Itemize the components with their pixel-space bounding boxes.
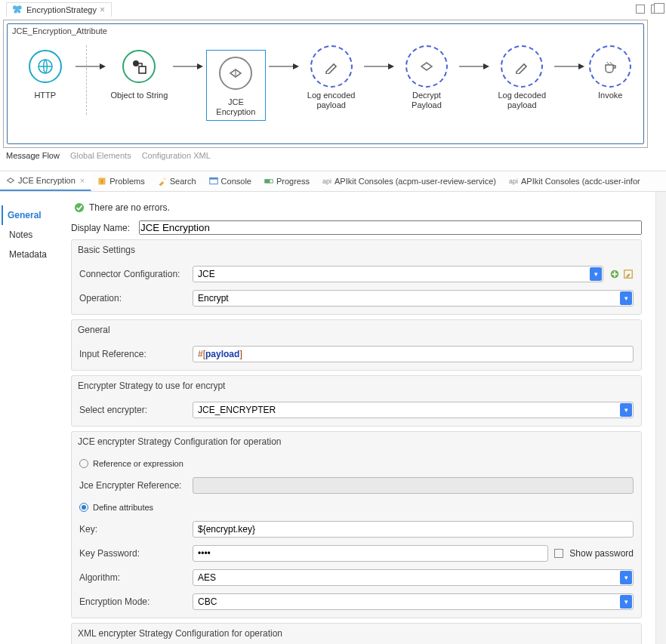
key-label: Key: xyxy=(79,524,187,535)
tab-global-elements[interactable]: Global Elements xyxy=(70,151,131,160)
tab-jce-encryption[interactable]: JCE Encryption × xyxy=(0,171,91,191)
jce-reference-input xyxy=(193,477,634,494)
butterfly-icon xyxy=(13,5,23,15)
section-xml-config: XML encrypter Strategy Configuration for… xyxy=(71,623,642,644)
sidebar-item-notes[interactable]: Notes xyxy=(8,225,63,245)
progress-icon xyxy=(264,177,273,186)
select-encrypter-select[interactable]: ▾ xyxy=(193,402,634,418)
api-badge: api xyxy=(322,177,331,185)
shield-lock-icon xyxy=(6,176,15,185)
svg-marker-10 xyxy=(388,63,394,69)
key-password-input[interactable] xyxy=(193,545,548,562)
display-name-label: Display Name: xyxy=(71,223,131,233)
arrow-icon xyxy=(554,50,584,83)
show-password-checkbox[interactable] xyxy=(554,549,563,558)
pencil-icon xyxy=(324,59,339,74)
pencil-icon xyxy=(514,59,529,74)
encryption-mode-label: Encryption Mode: xyxy=(79,596,187,607)
bottom-panel-tabs: JCE Encryption × ! Problems Search Conso… xyxy=(0,171,666,192)
svg-text:!: ! xyxy=(101,178,103,185)
shield-lock-icon xyxy=(227,65,244,82)
flow-canvas[interactable]: JCE_Encryption_Attribute HTTP Object to … xyxy=(3,20,648,148)
tab-config-xml[interactable]: Configuration XML xyxy=(142,151,211,160)
algorithm-select[interactable]: ▾ xyxy=(193,569,634,586)
tab-apikit-1[interactable]: api APIkit Consoles (acpm-user-review-se… xyxy=(316,171,503,191)
window-controls xyxy=(636,5,660,14)
warning-icon: ! xyxy=(97,177,106,186)
svg-marker-2 xyxy=(100,63,106,69)
svg-marker-12 xyxy=(483,63,489,69)
radio-define-attributes[interactable]: Define attributes xyxy=(79,501,634,513)
status-row: There are no errors. xyxy=(71,198,642,220)
section-basic-settings: Basic Settings Connector Configuration: … xyxy=(71,239,642,315)
radio-reference-expression[interactable]: Reference or expression xyxy=(79,458,634,470)
section-encrypter-strategy: Encrypter Strategy to use for encrypt Se… xyxy=(71,375,642,427)
node-jce-encryption[interactable]: JCE Encryption xyxy=(206,50,265,121)
arrow-icon xyxy=(173,50,203,83)
check-circle-icon xyxy=(74,202,85,213)
minimize-button[interactable] xyxy=(636,5,645,14)
shield-lock-icon xyxy=(418,58,435,75)
edit-button[interactable] xyxy=(623,269,634,279)
node-object-to-string[interactable]: Object to String xyxy=(109,50,171,100)
encryption-mode-select[interactable]: ▾ xyxy=(193,593,634,610)
display-name-input[interactable] xyxy=(139,220,642,235)
section-general: General Input Reference: #[payload] xyxy=(71,319,642,371)
svg-marker-14 xyxy=(578,63,584,69)
scrollbar[interactable] xyxy=(655,192,666,644)
window-top-bar: EncryptionStrategy × xyxy=(0,0,666,18)
chevron-down-icon: ▾ xyxy=(620,291,632,305)
svg-marker-6 xyxy=(197,63,203,69)
properties-content: There are no errors. Display Name: Basic… xyxy=(71,192,655,644)
arrow-icon xyxy=(76,50,106,83)
node-decrypt[interactable]: Decrypt Payload xyxy=(397,50,456,110)
close-icon[interactable]: × xyxy=(80,176,85,185)
close-icon[interactable]: × xyxy=(100,5,105,15)
maximize-button[interactable] xyxy=(651,5,660,14)
tab-message-flow[interactable]: Message Flow xyxy=(6,151,60,160)
tab-search[interactable]: Search xyxy=(152,171,203,191)
cup-icon xyxy=(603,59,618,74)
connector-config-select[interactable]: ▾ xyxy=(193,266,603,282)
api-badge: api xyxy=(509,177,518,185)
select-encrypter-label: Select encrypter: xyxy=(79,405,187,415)
add-button[interactable] xyxy=(609,269,620,279)
node-log-encoded[interactable]: Log encoded payload xyxy=(302,50,361,110)
flashlight-icon xyxy=(158,177,167,186)
input-reference-field[interactable]: #[payload] xyxy=(193,346,634,362)
transform-icon xyxy=(130,57,148,75)
sidebar-item-general[interactable]: General xyxy=(2,205,63,225)
tab-apikit-2[interactable]: api APIkit Consoles (acdc-user-infor xyxy=(503,171,647,191)
properties-sidebar: General Notes Metadata xyxy=(0,192,71,644)
tab-problems[interactable]: ! Problems xyxy=(91,171,151,191)
editor-tab-encryption-strategy[interactable]: EncryptionStrategy × xyxy=(6,2,112,17)
chevron-down-icon: ▾ xyxy=(620,571,632,584)
radio-icon xyxy=(79,503,88,512)
svg-rect-19 xyxy=(209,178,217,180)
sidebar-item-metadata[interactable]: Metadata xyxy=(8,245,63,264)
node-log-decoded[interactable]: Log decoded payload xyxy=(492,50,551,110)
svg-point-17 xyxy=(163,178,165,180)
chevron-down-icon: ▾ xyxy=(620,595,632,609)
svg-rect-21 xyxy=(265,180,270,183)
globe-icon xyxy=(36,57,54,75)
arrow-icon xyxy=(269,50,299,83)
node-invoke[interactable]: Invoke xyxy=(587,50,633,100)
key-password-label: Key Password: xyxy=(79,548,187,559)
source-divider xyxy=(86,45,87,115)
svg-point-3 xyxy=(133,60,139,66)
jce-reference-label: Jce Encrypter Reference: xyxy=(79,480,187,491)
operation-select[interactable]: ▾ xyxy=(193,290,634,307)
input-reference-label: Input Reference: xyxy=(79,349,187,359)
canvas-view-tabs: Message Flow Global Elements Configurati… xyxy=(0,148,654,163)
arrow-icon xyxy=(459,50,489,83)
svg-point-22 xyxy=(75,203,84,212)
tab-progress[interactable]: Progress xyxy=(258,171,316,191)
operation-label: Operation: xyxy=(79,293,187,304)
node-http[interactable]: HTTP xyxy=(18,50,72,100)
editor-tab-label: EncryptionStrategy xyxy=(26,5,97,14)
key-input[interactable] xyxy=(193,521,634,538)
arrow-icon xyxy=(364,50,394,83)
svg-marker-8 xyxy=(293,63,299,69)
tab-console[interactable]: Console xyxy=(203,171,258,191)
